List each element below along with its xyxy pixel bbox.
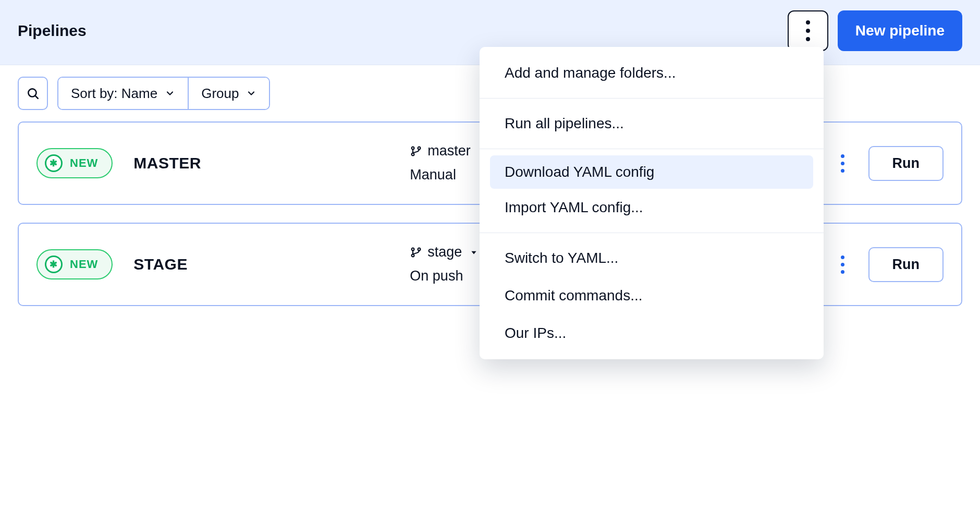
menu-item-commit-commands[interactable]: Commit commands... bbox=[480, 277, 824, 314]
chevron-down-icon bbox=[246, 88, 256, 99]
row-more-button[interactable] bbox=[837, 251, 849, 278]
menu-item-manage-folders[interactable]: Add and manage folders... bbox=[480, 54, 824, 92]
status-badge: ✱ NEW bbox=[36, 148, 113, 178]
page-title: Pipelines bbox=[18, 22, 87, 40]
svg-point-4 bbox=[412, 153, 414, 156]
menu-item-our-ips[interactable]: Our IPs... bbox=[480, 314, 824, 342]
branch-name: master bbox=[427, 140, 471, 162]
caret-down-icon bbox=[470, 249, 477, 256]
pipeline-name: STAGE bbox=[133, 256, 389, 273]
branch-icon bbox=[410, 145, 422, 157]
svg-point-5 bbox=[412, 248, 414, 251]
menu-divider bbox=[480, 98, 824, 99]
menu-item-download-yaml[interactable]: Download YAML config bbox=[490, 155, 813, 189]
chevron-down-icon bbox=[165, 88, 175, 99]
group-button[interactable]: Group bbox=[188, 78, 269, 109]
row-more-button[interactable] bbox=[837, 150, 849, 177]
svg-point-7 bbox=[412, 254, 414, 257]
menu-item-run-all[interactable]: Run all pipelines... bbox=[480, 105, 824, 142]
header-actions: New pipeline bbox=[788, 10, 962, 51]
sort-by-button[interactable]: Sort by: Name bbox=[58, 78, 188, 109]
view-controls: Sort by: Name Group bbox=[57, 77, 270, 110]
menu-divider bbox=[480, 233, 824, 233]
status-badge: ✱ NEW bbox=[36, 249, 113, 279]
run-button[interactable]: Run bbox=[868, 247, 944, 282]
menu-item-import-yaml[interactable]: Import YAML config... bbox=[480, 189, 824, 226]
badge-label: NEW bbox=[70, 156, 98, 170]
search-button[interactable] bbox=[18, 77, 48, 110]
search-icon bbox=[26, 87, 40, 100]
more-actions-button[interactable] bbox=[788, 10, 828, 51]
branch-name: stage bbox=[427, 241, 462, 263]
row-actions: Run bbox=[837, 247, 944, 282]
svg-marker-8 bbox=[472, 251, 476, 254]
svg-point-6 bbox=[418, 248, 421, 251]
pipeline-name: MASTER bbox=[133, 154, 389, 172]
more-vert-icon bbox=[806, 20, 810, 41]
new-pipeline-button[interactable]: New pipeline bbox=[838, 10, 962, 51]
row-actions: Run bbox=[837, 146, 944, 181]
badge-label: NEW bbox=[70, 258, 98, 271]
run-button[interactable]: Run bbox=[868, 146, 944, 181]
group-label: Group bbox=[201, 86, 239, 102]
sort-by-label: Sort by: Name bbox=[71, 86, 157, 102]
svg-point-3 bbox=[418, 147, 421, 150]
actions-menu: Add and manage folders... Run all pipeli… bbox=[480, 47, 824, 342]
menu-divider bbox=[480, 149, 824, 149]
branch-icon bbox=[410, 246, 422, 259]
star-icon: ✱ bbox=[45, 256, 63, 273]
svg-point-2 bbox=[412, 147, 414, 150]
menu-item-switch-yaml[interactable]: Switch to YAML... bbox=[480, 239, 824, 277]
star-icon: ✱ bbox=[45, 154, 63, 172]
svg-line-1 bbox=[35, 96, 38, 99]
